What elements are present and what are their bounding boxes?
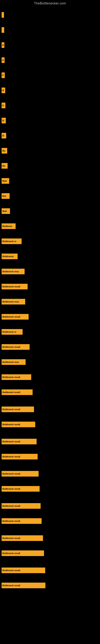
bar-spacer	[1, 78, 100, 88]
bar-label: Bottleneck result	[2, 376, 20, 378]
bar-row: Bottleneck result	[1, 454, 100, 460]
bar-spacer	[1, 524, 100, 535]
bar-row: Bottleneck result	[1, 486, 100, 492]
bar-row: F	[1, 72, 100, 78]
bar-label: Bottleneck result	[2, 408, 20, 410]
bar-row: Bott	[1, 208, 100, 214]
bars-container: EEFBEBBBoBoBottBotBottBottlenecBottlenec…	[0, 6, 100, 591]
bar: Bo	[1, 163, 8, 169]
bar: Bottleneck result	[1, 374, 31, 380]
bar: E	[1, 103, 5, 108]
bar-row: Bottleneck result	[1, 503, 100, 509]
bar-row: Bottleneck result	[1, 284, 100, 290]
bar-spacer	[1, 33, 100, 42]
bar: E	[1, 42, 4, 48]
bar	[1, 27, 4, 33]
bar-spacer	[1, 305, 100, 314]
bar: Bottleneck resu	[1, 299, 25, 304]
bar-row: Bottleneck result	[1, 568, 100, 573]
bar-spacer	[1, 139, 100, 148]
bar-row: E	[1, 42, 100, 48]
bar-row: Bottleneck result	[1, 374, 100, 380]
bar: Bottleneck result	[1, 406, 34, 412]
bar-row: Bo	[1, 163, 100, 169]
bar: Bottleneck result	[1, 503, 41, 509]
bar-label: F	[2, 74, 4, 76]
bar-spacer	[1, 396, 100, 406]
bar-label: B	[2, 89, 4, 92]
bar	[1, 12, 4, 18]
bar: Bottleneck result	[1, 550, 44, 556]
bar-spacer	[1, 460, 100, 471]
bar: B	[1, 133, 6, 138]
bar-row	[1, 27, 100, 33]
bar-row	[1, 12, 100, 18]
bar-label: Bottleneck result	[2, 488, 20, 490]
bar-spacer	[1, 445, 100, 454]
bar-row: Bottleneck re	[1, 329, 100, 335]
bar: Bot	[1, 193, 10, 199]
bar-spacer	[1, 556, 100, 568]
bar-row: Bottleneck resu	[1, 299, 100, 304]
bar-label: Bottleneck result	[2, 472, 20, 475]
bar: Bottleneck result	[1, 486, 40, 492]
bar-spacer	[1, 290, 100, 299]
bar-spacer	[1, 199, 100, 208]
bar: Bottleneck result	[1, 535, 43, 541]
bar-spacer	[1, 275, 100, 284]
bar: Bo	[1, 148, 7, 154]
bar-row: Bottleneck re	[1, 238, 100, 244]
bar-label: E	[2, 104, 4, 107]
bar-spacer	[1, 574, 100, 582]
bar-label: E	[2, 44, 4, 46]
bar-row: Bottleneck result	[1, 406, 100, 412]
bar: Bottleneck	[1, 254, 18, 259]
bar-label: Bottleneck re	[2, 240, 16, 242]
bar: Bottleneck re	[1, 238, 22, 244]
bar-row: Bottleneck result	[1, 582, 100, 588]
bar: Bottleneck result	[1, 422, 35, 427]
bar: Bott	[1, 178, 9, 184]
bar: Bottleneck result	[1, 518, 42, 524]
bar-row: Bottleneck result	[1, 390, 100, 395]
bar: Bottleneck result	[1, 454, 38, 460]
bar-spacer	[1, 230, 100, 238]
bar-label: Bottleneck result	[2, 520, 20, 522]
bar-label: Bottleneck result	[2, 552, 20, 554]
bar: Bottleneck result	[1, 284, 28, 290]
bar-label: Bottleneck	[2, 255, 14, 258]
bar: Bottleneck result	[1, 390, 33, 395]
bar: Bottleneck result	[1, 314, 29, 320]
bar-label: Bo	[2, 150, 5, 152]
bar-row: Bottlenec	[1, 224, 100, 229]
bar-spacer	[1, 109, 100, 118]
bar-label: Bottleneck resu	[2, 300, 19, 303]
bar-row: Bottleneck result	[1, 471, 100, 476]
bar-spacer	[1, 94, 100, 103]
bar-row: E	[1, 103, 100, 108]
bar: Bottleneck result	[1, 582, 46, 588]
bar-label: Bottleneck result	[2, 537, 20, 539]
bar-label: Bottleneck result	[2, 346, 20, 348]
bar-row: Bottleneck result	[1, 439, 100, 444]
bar-row: Bottleneck result	[1, 314, 100, 320]
bar-label: Bott	[2, 180, 7, 182]
bar: Bottleneck result	[1, 344, 30, 350]
bar: F	[1, 72, 5, 78]
bar-spacer	[1, 244, 100, 254]
bar-spacer	[1, 260, 100, 269]
bar-label: Bottleneck result	[2, 423, 20, 426]
bar-spacer	[1, 18, 100, 27]
bar-label: Bottleneck result	[2, 569, 20, 572]
bar-label: Bottleneck result	[2, 505, 20, 507]
site-title: TheBottlenecker.com	[0, 0, 100, 6]
bar-label: Bottleneck result	[2, 316, 20, 318]
bar-spacer	[1, 214, 100, 224]
bar-label: Bottleneck result	[2, 391, 20, 394]
bar-spacer	[1, 541, 100, 550]
bar-row: Bottleneck result	[1, 422, 100, 427]
bar-label: Bot	[2, 195, 6, 197]
bar-spacer	[1, 154, 100, 163]
bar-row: Bott	[1, 178, 100, 184]
bar-row: Bottleneck resu	[1, 269, 100, 274]
